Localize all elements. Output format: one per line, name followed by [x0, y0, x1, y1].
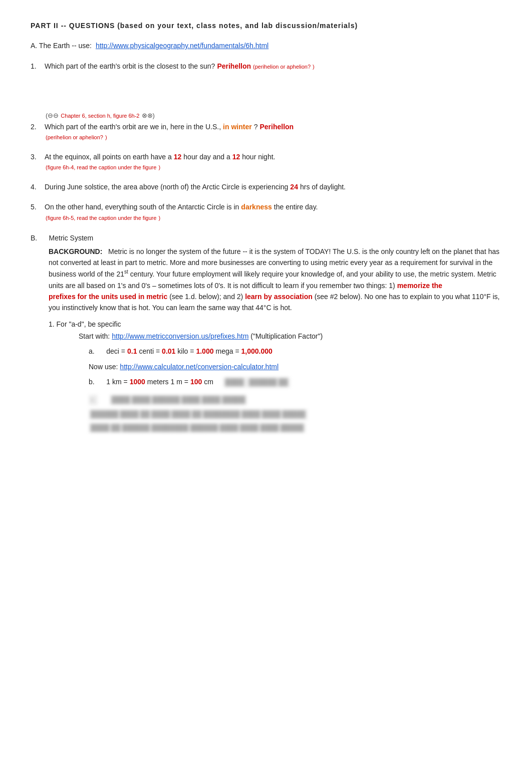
question-2-block: 2. Which part of the earth's orbit are w… — [31, 121, 501, 142]
bg-see1: (see 1.d. below); and 2) — [169, 293, 245, 301]
q5-hint: (figure 6h-5, read the caption under the… — [46, 214, 156, 223]
sub-a-kilo: 1.000 — [196, 346, 213, 357]
spacer-1 — [31, 81, 501, 111]
q2-spacer: ? — [254, 121, 258, 132]
question-1-row: 1. Which part of the earth's orbit is th… — [31, 61, 501, 72]
sub-c-label-row: c. ████ ████ ██████ ████ ████ █████ — [89, 394, 501, 405]
section-a-label: A. The Earth -- use: — [31, 40, 92, 51]
q1-answer: Perihellon — [217, 61, 251, 72]
sub-a-label: a. — [89, 346, 95, 357]
sub-item-1: 1. For "a-d", be specific Start with: ht… — [49, 319, 501, 342]
q2-fig-row: (perihelion or aphelion? ) — [31, 133, 501, 142]
sub-b-km: 1000 — [130, 376, 145, 387]
memorize-the: memorize the — [397, 282, 442, 290]
sub-c-blurred2: ████ ████ ██████ ████ ████ █████ — [110, 395, 247, 405]
section-a: A. The Earth -- use: http://www.physical… — [31, 40, 501, 51]
part-header: PART II -- QUESTIONS (based on your text… — [31, 20, 501, 31]
section-b-header: B. Metric System — [31, 232, 501, 243]
q3-answer2: 12 — [232, 151, 240, 162]
q2-hint-close: ) — [105, 133, 107, 142]
q2-hint: (perihelion or aphelion? — [46, 133, 103, 142]
q2-symbols-open: (⊖⊖ — [46, 111, 59, 121]
q1-hint: (perihelion or aphelion? — [253, 63, 311, 72]
sub-b-block: b. 1 km = 1000 meters 1 m = 100 cm ████ … — [49, 376, 501, 388]
sub-a-centi-label: centi = — [139, 346, 160, 357]
sub1-start: Start with: — [79, 331, 110, 342]
q1-hint-close: ) — [313, 63, 315, 72]
question-3-row: 3. At the equinox, all points on earth h… — [31, 151, 501, 162]
q4-text-before: During June solstice, the area above (no… — [45, 181, 288, 192]
now-use-link[interactable]: http://www.calculator.net/conversion-cal… — [120, 361, 279, 372]
q2-hint-row: (⊖⊖ Chapter 6, section h, figure 6h-2 ⊗⊗… — [31, 111, 501, 121]
q5-answer: darkness — [241, 201, 272, 212]
sub-b-text3: cm — [204, 376, 213, 387]
learn-by-association[interactable]: learn by association — [245, 293, 313, 301]
q5-num: 5. — [31, 201, 43, 212]
q3-text-mid: hour day and a — [183, 151, 230, 162]
q5-text-before: On the other hand, everything south of t… — [45, 201, 239, 212]
background-paragraph: BACKGROUND: Metric is no longer the syst… — [49, 246, 501, 314]
now-use-row: Now use: http://www.calculator.net/conve… — [89, 361, 501, 372]
sub-c-blurred4-row: ████ ██ ██████ ████████ ██████ ████ ████… — [89, 423, 501, 433]
q3-num: 3. — [31, 151, 43, 162]
q4-answer: 24 — [290, 181, 298, 192]
q3-hint: (figure 6h-4, read the caption under the… — [46, 163, 156, 172]
sub1-start-row: Start with: http://www.metricconversion.… — [49, 331, 501, 342]
prefixes-link[interactable]: prefixes for the units used in metric — [49, 293, 167, 301]
q5-hint-close: ) — [158, 214, 160, 223]
q5-text-after: the entire day. — [274, 201, 318, 212]
section-b-label: B. — [31, 234, 37, 242]
q3-hint-close: ) — [158, 163, 160, 172]
bg-text: BACKGROUND: Metric is no longer the syst… — [49, 246, 501, 314]
question-2-row: 2. Which part of the earth's orbit are w… — [31, 121, 501, 132]
question-4-row: 4. During June solstice, the area above … — [31, 181, 501, 192]
q1-text: Which part of the earth's orbit is the c… — [45, 61, 215, 72]
sub-c-label: c. — [89, 395, 98, 405]
sub-c-blurred3: ██████ ████ ██ ████ ████ ██ ████████ ███… — [89, 409, 308, 420]
q1-num: 1. — [31, 61, 43, 72]
q2-text: Which part of the earth's orbit are we i… — [45, 121, 221, 132]
question-4-block: 4. During June solstice, the area above … — [31, 181, 501, 192]
q3-text-after: hour night. — [242, 151, 275, 162]
section-a-link[interactable]: http://www.physicalgeography.net/fundame… — [96, 40, 269, 51]
sub-a-block: a. deci = 0.1 centi = 0.01 kilo = 1.000 … — [49, 346, 501, 357]
now-use-block: Now use: http://www.calculator.net/conve… — [49, 361, 501, 372]
sub-a-mega: 1,000.000 — [241, 346, 273, 357]
question-3-block: 3. At the equinox, all points on earth h… — [31, 151, 501, 172]
section-b-title: Metric System — [49, 234, 94, 242]
sub-b-row: b. 1 km = 1000 meters 1 m = 100 cm ████ … — [89, 376, 501, 388]
q2-symbols-close: ⊗⊗) — [142, 111, 155, 121]
question-5-row: 5. On the other hand, everything south o… — [31, 201, 501, 212]
sub-a-mega-label: mega = — [215, 346, 239, 357]
sub-a-kilo-label: kilo = — [177, 346, 194, 357]
sub-b-text1: 1 km = — [106, 376, 127, 387]
sub-a-row: a. deci = 0.1 centi = 0.01 kilo = 1.000 … — [89, 346, 501, 357]
q3-answer1: 12 — [174, 151, 182, 162]
q4-text-after: hrs of daylight. — [300, 181, 346, 192]
bg-sup: st — [124, 269, 128, 275]
sub-c-block: c. ████ ████ ██████ ████ ████ █████ ████… — [49, 394, 501, 433]
sub-b-label: b. — [89, 376, 95, 387]
sub-a-deci: 0.1 — [127, 346, 137, 357]
sub-b-blurred: ████ · ██████ ██ — [223, 377, 290, 388]
sub1-link-note: ("Multiplication Factor") — [250, 331, 323, 342]
sub-c-blurred4: ████ ██ ██████ ████████ ██████ ████ ████… — [89, 423, 306, 433]
q2-answer2: Perihellon — [259, 121, 294, 132]
sub-c-blurred3-row: ██████ ████ ██ ████ ████ ██ ████████ ███… — [89, 409, 501, 420]
sub1-link[interactable]: http://www.metricconversion.us/prefixes.… — [112, 331, 248, 342]
sub-item-1-label-row: 1. For "a-d", be specific — [49, 319, 501, 330]
q3-fig-row: (figure 6h-4, read the caption under the… — [31, 163, 501, 172]
sub-a-deci-label: deci = — [106, 346, 125, 357]
now-use-label: Now use: — [89, 361, 118, 372]
bg-label: BACKGROUND: — [49, 247, 102, 255]
q2-answer1: in winter — [223, 121, 252, 132]
q2-hint-text: Chapter 6, section h, figure 6h-2 — [61, 112, 139, 121]
q5-fig-row: (figure 6h-5, read the caption under the… — [31, 214, 501, 223]
sub-b-text2: meters 1 m = — [147, 376, 188, 387]
sub-a-centi: 0.01 — [162, 346, 175, 357]
sub1-label: 1. For "a-d", be specific — [49, 319, 121, 330]
q4-num: 4. — [31, 181, 43, 192]
sub-b-m: 100 — [190, 376, 202, 387]
q2-num: 2. — [31, 121, 43, 132]
question-5-block: 5. On the other hand, everything south o… — [31, 201, 501, 222]
